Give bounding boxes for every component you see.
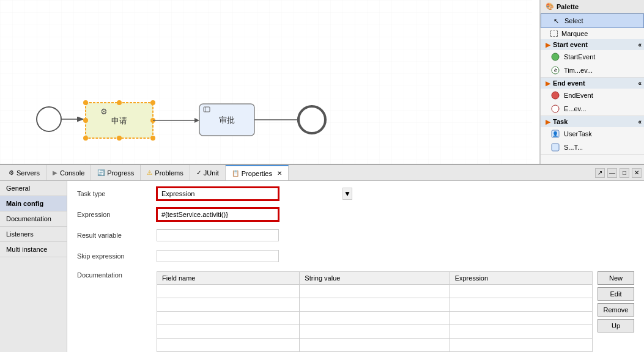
expression-input[interactable]: [157, 208, 279, 221]
table-container: Field name String value Expression: [157, 271, 634, 352]
cell-string-value-5[interactable]: [300, 339, 450, 352]
error-event-icon: [550, 104, 560, 114]
bottom-panel: ⚙ Servers ▶ Console 🔄 Progress ⚠ Problem…: [0, 165, 644, 352]
table-row: [157, 339, 593, 352]
nav-listeners[interactable]: Listeners: [0, 227, 67, 242]
palette-section-end-label: End event: [553, 79, 585, 87]
cell-expression-5[interactable]: [450, 339, 592, 352]
task-type-row: Task type ▼: [77, 186, 634, 202]
nav-multi-instance[interactable]: Multi instance: [0, 242, 67, 257]
tab-minimize-icon[interactable]: —: [607, 168, 617, 178]
tab-junit[interactable]: ✓ JUnit: [190, 165, 226, 180]
tabs-actions: ↗ — □ ✕: [595, 168, 642, 178]
table-row: [157, 312, 593, 325]
svg-point-4: [552, 53, 559, 61]
tab-close-icon[interactable]: ✕: [277, 170, 282, 177]
nav-general[interactable]: General: [0, 181, 67, 196]
tab-problems-label: Problems: [155, 169, 183, 177]
end-event-shape[interactable]: [298, 106, 325, 133]
table-row: [157, 298, 593, 312]
expression-input-container: [157, 208, 340, 221]
sel-dot-tr[interactable]: [150, 100, 155, 105]
sel-dot-tl[interactable]: [83, 100, 88, 105]
palette-scroll: ↖ Select Marquee ▶ Start event «: [541, 13, 644, 164]
nav-main-config[interactable]: Main config: [0, 196, 67, 211]
tab-problems[interactable]: ⚠ Problems: [141, 165, 190, 180]
cell-expression-2[interactable]: [450, 298, 592, 312]
cell-field-name-5[interactable]: [157, 339, 300, 352]
nav-main-config-label: Main config: [6, 200, 43, 207]
skip-expression-input[interactable]: [157, 250, 279, 262]
left-nav: General Main config Documentation Listen…: [0, 181, 67, 352]
cell-field-name-4[interactable]: [157, 325, 300, 339]
cell-expression-4[interactable]: [450, 325, 592, 339]
collapse-end-icon: «: [638, 80, 642, 87]
palette-select-label: Select: [564, 17, 583, 24]
up-button[interactable]: Up: [598, 319, 634, 332]
sel-dot-bl[interactable]: [83, 136, 88, 141]
cell-string-value-2[interactable]: [300, 298, 450, 312]
palette-marquee-item[interactable]: Marquee: [541, 28, 644, 39]
tab-progress[interactable]: 🔄 Progress: [91, 165, 141, 180]
nav-documentation-label: Documentation: [6, 215, 51, 222]
tab-servers[interactable]: ⚙ Servers: [2, 165, 46, 180]
palette-section-task-header[interactable]: ▶ Task «: [541, 116, 644, 127]
usertask-icon: 👤: [550, 129, 560, 139]
palette-start-event-item[interactable]: StartEvent: [541, 50, 644, 64]
palette-header: 🎨 Palette: [541, 0, 644, 13]
cell-string-value-3[interactable]: [300, 312, 450, 325]
documentation-row: Documentation Field name String value Ex…: [77, 269, 634, 352]
cell-field-name-3[interactable]: [157, 312, 300, 325]
tab-maximize-icon[interactable]: □: [620, 168, 629, 178]
cell-expression-1[interactable]: [450, 285, 592, 298]
tab-close-panel-icon[interactable]: ✕: [632, 168, 642, 178]
palette-error-label: E...ev...: [564, 105, 586, 112]
console-icon: ▶: [53, 169, 57, 176]
tab-open-icon[interactable]: ↗: [595, 168, 605, 178]
task-type-input-container: [157, 187, 340, 200]
result-variable-label: Result variable: [77, 232, 157, 239]
palette-end-event-item[interactable]: EndEvent: [541, 89, 644, 102]
new-button[interactable]: New: [598, 271, 634, 285]
palette-servicetask-label: S...T...: [564, 144, 583, 151]
task-type-dropdown-btn[interactable]: ▼: [342, 188, 352, 200]
sel-dot-tm[interactable]: [117, 100, 122, 105]
palette-panel: 🎨 Palette ↖ Select Marquee ▶ Start ev: [540, 0, 644, 164]
cell-string-value-4[interactable]: [300, 325, 450, 339]
start-event-shape[interactable]: [37, 107, 61, 131]
sel-dot-br[interactable]: [150, 136, 155, 141]
result-variable-input[interactable]: [157, 229, 279, 241]
palette-usertask-item[interactable]: 👤 UserTask: [541, 127, 644, 141]
task-type-input[interactable]: [157, 187, 279, 200]
cell-field-name-2[interactable]: [157, 298, 300, 312]
palette-marquee-label: Marquee: [561, 30, 588, 37]
sel-dot-ml[interactable]: [83, 118, 88, 123]
svg-text:⏱: ⏱: [553, 68, 558, 73]
timer-event-icon: ⏱: [550, 65, 560, 75]
palette-usertask-label: UserTask: [564, 130, 592, 138]
table-buttons: New Edit Remove Up: [598, 271, 634, 352]
palette-error-item[interactable]: E...ev...: [541, 102, 644, 116]
palette-section-end-header[interactable]: ▶ End event «: [541, 78, 644, 89]
documentation-label: Documentation: [77, 269, 157, 279]
remove-button[interactable]: Remove: [598, 303, 634, 317]
tab-console[interactable]: ▶ Console: [46, 165, 91, 180]
palette-select-item[interactable]: ↖ Select: [541, 13, 644, 28]
cell-string-value-1[interactable]: [300, 285, 450, 298]
palette-servicetask-item[interactable]: S...T...: [541, 141, 644, 154]
collapse-start-icon: «: [638, 42, 642, 48]
tab-properties[interactable]: 📋 Properties ✕: [226, 165, 289, 180]
canvas-area[interactable]: ⚙ 申请 审批: [0, 0, 540, 164]
nav-documentation[interactable]: Documentation: [0, 211, 67, 227]
palette-section-start-header[interactable]: ▶ Start event «: [541, 39, 644, 50]
expression-row: Expression: [77, 207, 634, 222]
palette-timer-item[interactable]: ⏱ Tim...ev...: [541, 64, 644, 77]
svg-text:⚙: ⚙: [100, 107, 108, 116]
nav-general-label: General: [6, 185, 30, 192]
end-event-icon: [550, 90, 560, 100]
edit-button[interactable]: Edit: [598, 287, 634, 301]
cell-expression-3[interactable]: [450, 312, 592, 325]
cell-field-name-1[interactable]: [157, 285, 300, 298]
sel-dot-bm[interactable]: [117, 136, 122, 141]
tab-servers-label: Servers: [17, 169, 40, 177]
